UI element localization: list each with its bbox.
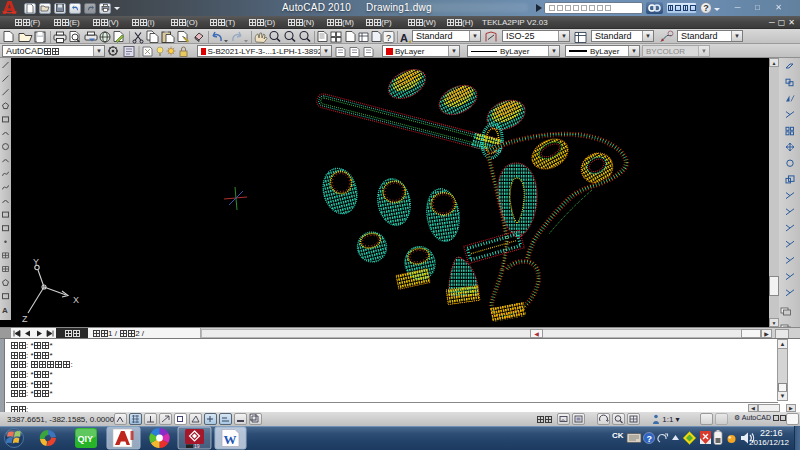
svg-text:A: A: [400, 32, 408, 44]
svg-text:Z: Z: [22, 314, 28, 324]
svg-text:?: ?: [386, 33, 391, 43]
svg-text:?: ?: [647, 434, 653, 444]
svg-text:19: 19: [194, 443, 200, 449]
svg-text:Y: Y: [33, 257, 39, 267]
svg-text:W: W: [224, 432, 237, 447]
svg-text:X: X: [73, 295, 79, 305]
svg-text:A: A: [2, 306, 8, 315]
svg-text:QIY: QIY: [78, 434, 94, 444]
